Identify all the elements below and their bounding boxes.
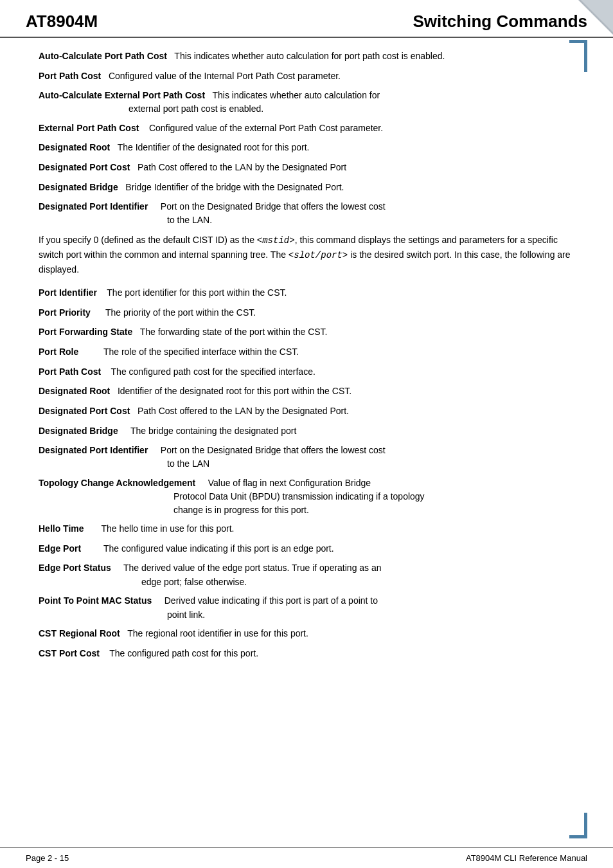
- entry-designated-port-id-2: Designated Port Identifier Port on the D…: [39, 444, 574, 470]
- term-designated-bridge-1: Designated Bridge: [39, 182, 118, 192]
- term-designated-port-cost-1: Designated Port Cost: [39, 162, 130, 172]
- product-name: AT8904M: [26, 12, 98, 32]
- entry-edge-port-status: Edge Port Status The derived value of th…: [39, 561, 574, 588]
- term-edge-port: Edge Port: [39, 543, 81, 554]
- term-port-identifier: Port Identifier: [39, 287, 97, 298]
- term-designated-port-cost-2: Designated Port Cost: [39, 406, 130, 416]
- entry-designated-port-cost-1: Designated Port Cost Path Cost offered t…: [39, 161, 574, 175]
- entry-port-path-cost-2: Port Path Cost The configured path cost …: [39, 365, 574, 379]
- code-slotport: <slot/port>: [289, 250, 348, 260]
- entry-external-port-path-cost: External Port Path Cost Configured value…: [39, 122, 574, 136]
- term-cst-regional-root: CST Regional Root: [39, 628, 120, 638]
- corner-decoration-inner: [581, 0, 613, 32]
- term-point-to-point-mac: Point To Point MAC Status: [39, 595, 152, 606]
- page-header: AT8904M Switching Commands: [0, 0, 613, 38]
- entry-auto-calc-port-path-cost: Auto-Calculate Port Path Cost This indic…: [39, 50, 574, 64]
- footer-manual-name: AT8904M CLI Reference Manual: [466, 853, 587, 863]
- term-topology-change-ack: Topology Change Acknowledgement: [39, 478, 195, 488]
- term-designated-root-2: Designated Root: [39, 386, 110, 396]
- term-port-path-cost: Port Path Cost: [39, 71, 101, 81]
- entry-designated-root-1: Designated Root The Identifier of the de…: [39, 141, 574, 155]
- entry-port-identifier: Port Identifier The port identifier for …: [39, 286, 574, 300]
- term-designated-bridge-2: Designated Bridge: [39, 426, 118, 436]
- term-auto-calc-ext: Auto-Calculate External Port Path Cost: [39, 90, 205, 100]
- term-designated-port-id-2: Designated Port Identifier: [39, 445, 148, 455]
- entry-cst-regional-root: CST Regional Root The regional root iden…: [39, 627, 574, 641]
- bracket-bottom-right: [569, 813, 587, 838]
- entry-port-role: Port Role The role of the specified inte…: [39, 345, 574, 359]
- entry-designated-root-2: Designated Root Identifier of the design…: [39, 384, 574, 399]
- entry-port-path-cost: Port Path Cost Configured value of the I…: [39, 69, 574, 84]
- page-footer: Page 2 - 15 AT8904M CLI Reference Manual: [0, 847, 613, 868]
- term-port-forwarding-state: Port Forwarding State: [39, 327, 132, 337]
- entry-designated-bridge-2: Designated Bridge The bridge containing …: [39, 424, 574, 439]
- paragraph-cist: If you specify 0 (defined as the default…: [39, 233, 574, 277]
- entry-topology-change-ack: Topology Change Acknowledgement Value of…: [39, 476, 574, 516]
- entry-port-priority: Port Priority The priority of the port w…: [39, 306, 574, 320]
- entry-hello-time: Hello Time The hello time in use for thi…: [39, 522, 574, 536]
- entry-designated-bridge-1: Designated Bridge Bridge Identifier of t…: [39, 181, 574, 195]
- code-mstid: <mstid>: [257, 235, 295, 246]
- page-section-title: Switching Commands: [413, 12, 587, 32]
- entry-designated-port-cost-2: Designated Port Cost Path Cost offered t…: [39, 404, 574, 419]
- term-hello-time: Hello Time: [39, 523, 84, 534]
- entry-designated-port-id-1: Designated Port Identifier Port on the D…: [39, 200, 574, 226]
- entry-port-forwarding-state: Port Forwarding State The forwarding sta…: [39, 325, 574, 339]
- bracket-top-right: [569, 40, 587, 72]
- term-port-role: Port Role: [39, 347, 78, 357]
- entry-auto-calc-ext: Auto-Calculate External Port Path Cost T…: [39, 89, 574, 115]
- footer-page-number: Page 2 - 15: [26, 853, 69, 863]
- term-auto-calc-port-path-cost: Auto-Calculate Port Path Cost: [39, 51, 167, 61]
- term-port-priority: Port Priority: [39, 307, 91, 318]
- page-container: AT8904M Switching Commands Auto-Calculat…: [0, 0, 613, 868]
- term-external-port-path-cost: External Port Path Cost: [39, 123, 139, 133]
- term-port-path-cost-2: Port Path Cost: [39, 366, 101, 377]
- main-content: Auto-Calculate Port Path Cost This indic…: [0, 38, 613, 680]
- entry-point-to-point-mac: Point To Point MAC Status Derived value …: [39, 594, 574, 621]
- entry-edge-port: Edge Port The configured value indicatin…: [39, 542, 574, 556]
- term-designated-port-id-1: Designated Port Identifier: [39, 201, 148, 212]
- term-designated-root-1: Designated Root: [39, 142, 110, 152]
- entry-cst-port-cost: CST Port Cost The configured path cost f…: [39, 647, 574, 661]
- term-edge-port-status: Edge Port Status: [39, 563, 111, 573]
- term-cst-port-cost: CST Port Cost: [39, 648, 100, 658]
